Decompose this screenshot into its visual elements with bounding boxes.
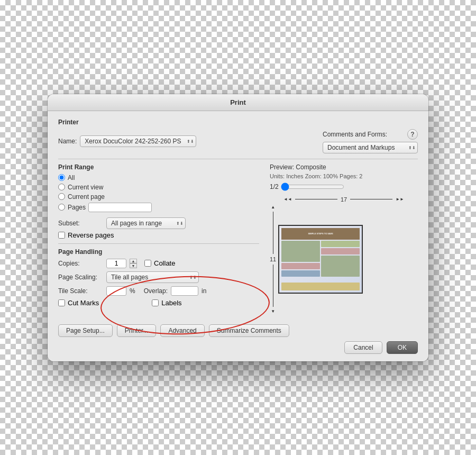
thumb-col-2 bbox=[321, 241, 360, 281]
printer-name-select[interactable]: Xerox DocuColor 242-252-260 PS bbox=[80, 135, 196, 147]
dimension-top: ◄ 17 ► bbox=[270, 196, 418, 203]
labels-checkbox[interactable] bbox=[152, 299, 159, 306]
tile-scale-input[interactable]: 100 bbox=[106, 286, 126, 296]
divider-1 bbox=[58, 159, 418, 159]
radio-pages-row: Pages 1 - 2 bbox=[58, 203, 259, 212]
h-line bbox=[295, 199, 337, 199]
dimension-v-value: 11 bbox=[270, 256, 276, 262]
printer-button[interactable]: Printer... bbox=[117, 324, 157, 337]
preview-slider-row: 1/2 bbox=[270, 183, 418, 191]
tile-scale-row: Tile Scale: 100 % Overlap: 0.005 in bbox=[58, 286, 259, 296]
thumb-image-2 bbox=[321, 256, 360, 277]
radio-all-row: All bbox=[58, 174, 259, 181]
radio-current-page[interactable] bbox=[58, 193, 65, 200]
printer-section-label: Printer bbox=[58, 119, 418, 126]
page-handling-label: Page Handling bbox=[58, 248, 259, 256]
preview-thumbnail: SIMPLE STEPS TO SAVE bbox=[278, 225, 363, 294]
page-scaling-label: Page Scaling: bbox=[58, 274, 103, 281]
radio-current-view-row: Current view bbox=[58, 184, 259, 191]
thumb-text-2 bbox=[281, 270, 320, 277]
comments-label: Comments and Forms: bbox=[323, 131, 387, 138]
page-setup-button[interactable]: Page Setup... bbox=[58, 324, 113, 337]
help-button[interactable]: ? bbox=[407, 129, 418, 140]
print-range-label: Print Range bbox=[58, 163, 259, 171]
print-range-group: All Current view Current page Pages 1 - … bbox=[58, 174, 259, 212]
thumb-image-block bbox=[281, 241, 320, 262]
pages-input[interactable]: 1 - 2 bbox=[88, 203, 152, 212]
cut-marks-row: Cut Marks Labels bbox=[58, 299, 259, 307]
radio-pages-label[interactable]: Pages bbox=[68, 204, 86, 211]
subset-select[interactable]: All pages in range bbox=[106, 217, 186, 229]
reverse-pages-row: Reverse pages bbox=[58, 231, 259, 239]
copies-up-button[interactable]: ▲ bbox=[130, 259, 137, 263]
subset-wrapper[interactable]: All pages in range bbox=[106, 217, 186, 229]
reverse-pages-checkbox[interactable] bbox=[58, 232, 65, 239]
copies-input[interactable]: 1 bbox=[106, 259, 126, 268]
comments-select[interactable]: Document and Markups bbox=[323, 142, 418, 153]
copies-stepper[interactable]: ▲ ▼ bbox=[130, 259, 137, 268]
cancel-button[interactable]: Cancel bbox=[344, 341, 382, 354]
comments-wrapper[interactable]: Document and Markups bbox=[323, 142, 418, 153]
subset-label: Subset: bbox=[58, 220, 103, 227]
page-num: 1/2 bbox=[270, 183, 279, 190]
v-line bbox=[273, 212, 273, 254]
bottom-row-2: Cancel OK bbox=[58, 341, 418, 354]
reverse-pages-label[interactable]: Reverse pages bbox=[68, 231, 114, 239]
labels-label[interactable]: Labels bbox=[161, 299, 181, 307]
arrow-down-icon: ▼ bbox=[271, 309, 275, 314]
copies-label: Copies: bbox=[58, 260, 103, 267]
page-scaling-wrapper[interactable]: Tile all pages bbox=[106, 271, 199, 283]
arrow-right-icon: ► bbox=[396, 197, 404, 202]
radio-current-page-row: Current page bbox=[58, 193, 259, 201]
overlap-input[interactable]: 0.005 bbox=[171, 286, 198, 296]
printer-right: Comments and Forms: ? Document and Marku… bbox=[323, 129, 418, 153]
arrow-left-icon: ◄ bbox=[283, 197, 292, 202]
divider-2 bbox=[58, 243, 259, 244]
page-scaling-select[interactable]: Tile all pages bbox=[106, 271, 199, 283]
radio-all-label[interactable]: All bbox=[68, 174, 75, 181]
right-column: Preview: Composite Units: Inches Zoom: 1… bbox=[270, 163, 418, 314]
collate-label[interactable]: Collate bbox=[154, 259, 175, 267]
collate-checkbox[interactable] bbox=[144, 260, 151, 267]
advanced-button[interactable]: Advanced bbox=[160, 324, 204, 337]
preview-area: ◄ 17 ► ▲ 11 bbox=[270, 196, 418, 314]
radio-current-view[interactable] bbox=[58, 184, 65, 190]
overlap-unit: in bbox=[202, 287, 206, 295]
collate-row: Collate bbox=[144, 259, 175, 267]
horizontal-dimension: ◄ 17 ► bbox=[283, 196, 404, 203]
printer-left: Name: Xerox DocuColor 242-252-260 PS bbox=[58, 135, 196, 147]
h-line-2 bbox=[350, 199, 392, 199]
thumbnail-content: SIMPLE STEPS TO SAVE bbox=[279, 226, 362, 293]
radio-current-view-label[interactable]: Current view bbox=[68, 184, 103, 191]
page-scaling-row: Page Scaling: Tile all pages bbox=[58, 271, 259, 283]
arrow-up-icon: ▲ bbox=[271, 205, 275, 210]
tile-scale-unit: % bbox=[130, 287, 135, 295]
thumb-header: SIMPLE STEPS TO SAVE bbox=[281, 228, 360, 240]
copies-row: Copies: 1 ▲ ▼ Collate bbox=[58, 259, 259, 268]
printer-name-wrapper[interactable]: Xerox DocuColor 242-252-260 PS bbox=[80, 135, 196, 147]
dialog-body: Printer Name: Xerox DocuColor 242-252-26… bbox=[48, 111, 428, 319]
vertical-dimension: ▲ 11 ▼ bbox=[270, 205, 276, 314]
overlap-label: Overlap: bbox=[144, 287, 168, 295]
radio-current-page-label[interactable]: Current page bbox=[68, 193, 105, 201]
summarize-comments-button[interactable]: Summarize Comments bbox=[209, 324, 289, 337]
preview-label: Preview: Composite bbox=[270, 163, 418, 171]
thumb-col-1 bbox=[281, 241, 320, 281]
cut-marks-checkbox[interactable] bbox=[58, 299, 65, 306]
left-column: Print Range All Current view Current pag… bbox=[58, 163, 259, 314]
preview-slider[interactable] bbox=[281, 183, 344, 191]
name-label: Name: bbox=[58, 138, 77, 145]
subset-row: Subset: All pages in range bbox=[58, 217, 259, 229]
ok-button[interactable]: OK bbox=[387, 341, 418, 354]
copies-down-button[interactable]: ▼ bbox=[130, 263, 137, 268]
tile-scale-label: Tile Scale: bbox=[58, 287, 103, 295]
preview-info: Units: Inches Zoom: 100% Pages: 2 bbox=[270, 173, 418, 179]
thumb-text-3 bbox=[321, 241, 360, 247]
radio-all[interactable] bbox=[58, 174, 65, 181]
main-content: Print Range All Current view Current pag… bbox=[58, 163, 418, 314]
radio-pages[interactable] bbox=[58, 204, 65, 211]
thumb-text-4 bbox=[321, 248, 360, 254]
dimension-h-value: 17 bbox=[341, 196, 347, 203]
cut-marks-label[interactable]: Cut Marks bbox=[68, 299, 99, 307]
title-bar: Print bbox=[48, 94, 428, 111]
